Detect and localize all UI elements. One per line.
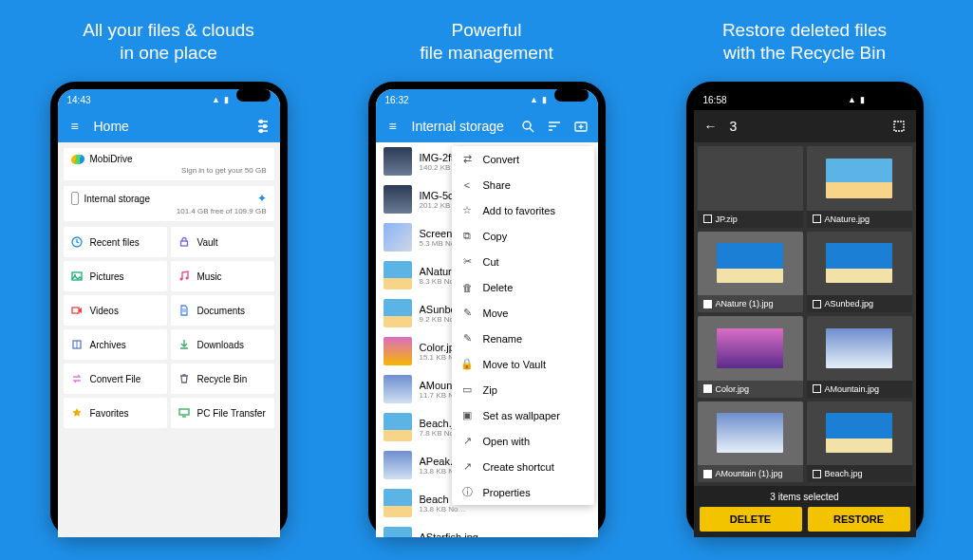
search-icon[interactable]	[520, 119, 535, 134]
menu-item-move[interactable]: ✎Move	[452, 300, 594, 326]
grid-cell[interactable]: Color.jpg	[698, 316, 803, 398]
video-icon	[71, 305, 83, 316]
grid-cell[interactable]: JP.zip	[698, 146, 803, 228]
menu-icon[interactable]: ≡	[67, 119, 83, 134]
menu-icon-convert: ⇄	[461, 153, 474, 165]
tile-star[interactable]: Favorites	[64, 398, 167, 428]
mobidrive-sub: Sign in to get your 50 GB	[71, 166, 267, 175]
phone-frame-1: 14:43 ▲ ▮ ≡ Home MobiDrive Sign in to ge…	[50, 82, 288, 537]
menu-item-create-shortcut[interactable]: ↗Create shortcut	[452, 454, 594, 479]
cell-label: ANature.jpg	[825, 215, 870, 224]
menu-icon-copy: ⧉	[461, 230, 474, 242]
cell-caption: ANature.jpg	[807, 211, 912, 228]
file-thumb	[384, 147, 412, 176]
camera-pill-2	[554, 89, 589, 102]
file-row[interactable]: AStarfish.jpg 6.2 KB Nov 21, 2019, 10:39	[376, 522, 598, 537]
grid-cell[interactable]: AMountain.jpg	[807, 316, 912, 398]
menu-item-copy[interactable]: ⧉Copy	[452, 223, 594, 249]
cell-label: ANature (1).jpg	[716, 299, 774, 308]
appbar-1: ≡ Home	[58, 110, 280, 142]
panel-2: Powerfulfile management 16:32 ▲ ▮ ≡ Inte…	[346, 19, 627, 541]
menu-label: Set as wallpaper	[483, 410, 560, 421]
menu-item-set-as-wallpaper[interactable]: ▣Set as wallpaper	[452, 402, 594, 428]
archive-icon	[71, 339, 83, 350]
menu-icon-set-as-wallpaper: ▣	[461, 409, 474, 421]
svg-line-20	[530, 128, 533, 132]
cell-image	[698, 232, 803, 296]
clock-1: 14:43	[67, 95, 91, 105]
tile-download[interactable]: Downloads	[171, 329, 274, 360]
cell-label: AMountain (1).jpg	[716, 469, 783, 478]
menu-item-properties[interactable]: ⓘProperties	[452, 479, 594, 505]
menu-item-rename[interactable]: ✎Rename	[452, 326, 594, 351]
menu-label: Properties	[483, 487, 531, 498]
grid-cell[interactable]: Beach.jpg	[807, 401, 912, 483]
select-all-icon[interactable]	[891, 119, 907, 134]
back-icon[interactable]: ←	[703, 119, 719, 134]
phone-frame-3: 16:58 ▲ ▮ ← 3 JP.zip ANature.jpg ANature…	[686, 82, 924, 537]
internal-card[interactable]: ✦ Internal storage 101.4 GB free of 109.…	[64, 186, 274, 221]
cell-caption: ANature (1).jpg	[698, 295, 803, 312]
sort-icon[interactable]	[547, 119, 562, 134]
screen-2: 16:32 ▲ ▮ ≡ Internal storage IMG	[376, 89, 598, 537]
grid-cell[interactable]: ASunbed.jpg	[807, 232, 912, 313]
menu-item-convert[interactable]: ⇄Convert	[452, 146, 594, 172]
menu-label: Copy	[483, 231, 508, 242]
restore-button[interactable]: RESTORE	[808, 507, 910, 532]
menu-label: Rename	[483, 333, 523, 345]
tile-convert[interactable]: Convert File	[64, 364, 167, 394]
menu-item-move-to-vault[interactable]: 🔒Move to Vault	[452, 351, 594, 377]
tile-music[interactable]: Music	[171, 261, 274, 291]
cell-label: AMountain.jpg	[825, 384, 880, 394]
mobidrive-card[interactable]: MobiDrive Sign in to get your 50 GB	[64, 148, 274, 180]
tile-archive[interactable]: Archives	[64, 329, 167, 360]
menu-icon-share: <	[461, 178, 474, 191]
menu-label: Convert	[483, 154, 520, 165]
settings-icon[interactable]	[255, 119, 271, 134]
cell-label: Color.jpg	[716, 384, 750, 394]
menu-label: Zip	[483, 384, 497, 396]
checkbox-icon	[703, 470, 712, 478]
menu-label: Cut	[483, 256, 499, 268]
checkbox-icon	[703, 215, 712, 223]
grid-cell[interactable]: ANature.jpg	[807, 146, 912, 228]
clean-icon[interactable]: ✦	[257, 192, 267, 205]
tile-doc[interactable]: Documents	[171, 295, 274, 326]
delete-button[interactable]: DELETE	[700, 507, 802, 532]
menu-item-cut[interactable]: ✂Cut	[452, 249, 594, 274]
file-thumb	[384, 413, 412, 441]
grid-cell[interactable]: ANature (1).jpg	[698, 232, 803, 313]
menu-icon[interactable]: ≡	[385, 119, 401, 134]
checkbox-icon	[813, 470, 821, 478]
menu-label: Delete	[483, 282, 514, 293]
convert-icon	[71, 373, 83, 384]
download-icon	[178, 339, 190, 350]
tile-pc[interactable]: PC File Transfer	[171, 398, 274, 428]
grid-cell[interactable]: AMountain (1).jpg	[698, 401, 803, 483]
screen1-body: MobiDrive Sign in to get your 50 GB ✦ In…	[58, 142, 280, 537]
svg-point-5	[259, 130, 262, 133]
menu-item-zip[interactable]: ▭Zip	[452, 377, 594, 402]
tile-trash[interactable]: Recycle Bin	[171, 364, 274, 394]
menu-item-add-to-favorites[interactable]: ☆Add to favorites	[452, 197, 594, 223]
menu-icon-add-to-favorites: ☆	[461, 204, 474, 216]
menu-item-open-with[interactable]: ↗Open with	[452, 428, 594, 454]
svg-rect-17	[179, 409, 189, 415]
panel-3: Restore deleted fileswith the Recycle Bi…	[664, 19, 945, 541]
tile-lock[interactable]: Vault	[171, 227, 274, 257]
headline-1: All your files & cloudsin one place	[83, 19, 254, 65]
tile-image[interactable]: Pictures	[64, 261, 167, 291]
appbar-title-1: Home	[94, 119, 244, 134]
menu-item-delete[interactable]: 🗑Delete	[452, 274, 594, 300]
svg-point-3	[259, 121, 262, 123]
status-icons-2: ▲ ▮	[530, 95, 548, 104]
file-thumb	[384, 185, 412, 214]
tile-label: Archives	[90, 340, 126, 350]
recycle-grid: JP.zip ANature.jpg ANature (1).jpg ASunb…	[694, 142, 916, 486]
menu-label: Add to favorites	[483, 205, 555, 216]
menu-item-share[interactable]: <Share	[452, 172, 594, 197]
tile-label: Convert File	[90, 374, 141, 384]
tile-clock[interactable]: Recent files	[64, 227, 167, 257]
new-folder-icon[interactable]	[573, 119, 589, 134]
tile-video[interactable]: Videos	[64, 295, 167, 326]
